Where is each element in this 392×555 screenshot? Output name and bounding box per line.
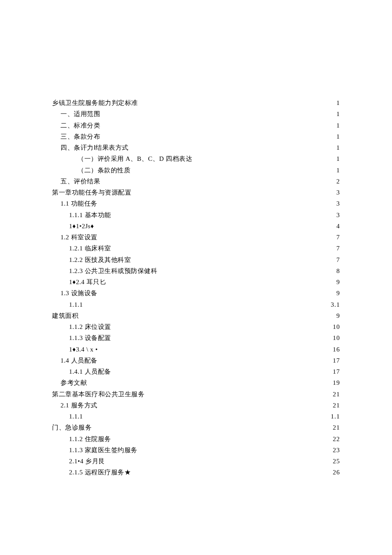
toc-title: 1.1.3 设备配置 — [69, 332, 111, 343]
toc-title: （一）评价采用 A、B、C、D 四档表达 — [78, 153, 192, 164]
toc-line: 1.1.2 住院服务22 — [52, 433, 340, 445]
toc-title: 1.1.2 住院服务 — [69, 433, 111, 445]
toc-line: 1.4.1 人员配备17 — [52, 366, 340, 377]
toc-page-number: 7 — [337, 243, 340, 254]
toc-page-number: 1 — [337, 131, 340, 142]
toc-line: 1.1.3 设备配置10 — [52, 332, 340, 343]
toc-page-number: 22 — [333, 433, 340, 445]
toc-page-number: 19 — [333, 377, 340, 388]
toc-line: 四、条讦力Ⅰ结果表方式1 — [52, 142, 340, 153]
toc-title: 二、标准分类 — [61, 120, 100, 131]
toc-line: 1.1.3 家庭医生签约服务23 — [52, 445, 340, 456]
toc-page-number: 3.1 — [331, 299, 340, 310]
toc-line: 五、评价结果2 — [52, 176, 340, 187]
toc-title: 五、评价结果 — [61, 176, 100, 187]
toc-page-number: 23 — [333, 445, 340, 456]
toc-page-number: 17 — [333, 355, 340, 366]
toc-title: 1♦3.4 \ x • — [69, 344, 98, 355]
toc-line: 2.1•4 乡月艮25 — [52, 456, 340, 467]
toc-line: 1.2.1 临床科室7 — [52, 243, 340, 254]
toc-title: （二）条款的性质 — [78, 165, 130, 176]
toc-title: 1♦1•2Js♦ — [69, 221, 94, 232]
toc-title: 一、适用范围 — [61, 108, 100, 119]
toc-title: 1.4 人员配备 — [61, 355, 98, 366]
toc-line: 1.4 人员配备17 — [52, 355, 340, 366]
toc-page-number: 7 — [337, 232, 340, 243]
table-of-contents: 乡镇卫生院服务能力判定标准1一、适用范围1二、标准分类1三、条款分布1四、条讦力… — [52, 97, 340, 478]
toc-line: 1♦1•2Js♦4 — [52, 221, 340, 232]
toc-page-number: 3 — [337, 198, 340, 209]
toc-page-number: 9 — [337, 310, 340, 321]
toc-title: 2.1.5 远程医疗服务★ — [69, 467, 131, 478]
toc-page-number: 3 — [337, 187, 340, 198]
toc-title: 四、条讦力Ⅰ结果表方式 — [61, 142, 129, 153]
toc-title: 1.1.1 — [69, 299, 83, 310]
toc-page-number: 1 — [337, 165, 340, 176]
toc-title: 1.2.1 临床科室 — [69, 243, 111, 254]
toc-line: 2.1.5 远程医疗服务★26 — [52, 467, 340, 478]
toc-page-number: 10 — [333, 332, 340, 343]
toc-page-number: 3 — [337, 209, 340, 221]
toc-title: 第二章基本医疗和公共卫生服务 — [52, 389, 144, 400]
toc-title: 1.2.2 医技及其他科室 — [69, 254, 131, 265]
toc-title: 1♦2.4 耳只匕 — [69, 276, 106, 288]
toc-title: 1.3 设施设备 — [61, 288, 98, 299]
toc-line: 第一章功能任务与资源配置3 — [52, 187, 340, 198]
toc-line: 1.2.3 公共卫生科或预防保健科8 — [52, 265, 340, 276]
toc-line: （二）条款的性质1 — [52, 165, 340, 176]
toc-title: 1.1.2 床位设置 — [69, 321, 111, 332]
toc-page-number: 8 — [337, 265, 340, 276]
toc-line: 一、适用范围1 — [52, 108, 340, 119]
toc-page-number: 26 — [333, 467, 340, 478]
toc-page-number: 4 — [337, 221, 340, 232]
toc-page-number: 10 — [333, 321, 340, 332]
toc-line: 三、条款分布1 — [52, 131, 340, 142]
toc-line: 参考文献19 — [52, 377, 340, 388]
toc-line: 1.2 科室设置7 — [52, 232, 340, 243]
toc-title: 1.1.1 — [69, 411, 83, 422]
toc-page-number: 1 — [337, 108, 340, 119]
toc-page-number: 9 — [337, 288, 340, 299]
toc-page-number: 21 — [333, 400, 340, 411]
toc-line: 乡镇卫生院服务能力判定标准1 — [52, 97, 340, 108]
toc-page-number: 1 — [337, 97, 340, 108]
toc-line: 1.1.13.1 — [52, 299, 340, 310]
toc-page-number: 7 — [337, 254, 340, 265]
toc-line: 1.1.1 基本功能3 — [52, 209, 340, 221]
toc-line: （一）评价采用 A、B、C、D 四档表达1 — [52, 153, 340, 164]
toc-page-number: 1 — [337, 153, 340, 164]
toc-line: 1♦2.4 耳只匕9 — [52, 276, 340, 288]
toc-title: 参考文献 — [61, 377, 87, 388]
toc-title: 1.1 功能任务 — [61, 198, 98, 209]
toc-line: 1.1 功能任务3 — [52, 198, 340, 209]
toc-page-number: 21 — [333, 422, 340, 433]
toc-title: 1.4.1 人员配备 — [69, 366, 111, 377]
toc-page-number: 21 — [333, 389, 340, 400]
toc-title: 第一章功能任务与资源配置 — [52, 187, 131, 198]
toc-page-number: 1.1 — [331, 411, 340, 422]
toc-title: 1.2.3 公共卫生科或预防保健科 — [69, 265, 157, 276]
toc-page-number: 9 — [337, 276, 340, 288]
toc-title: 乡镇卫生院服务能力判定标准 — [52, 97, 138, 108]
toc-line: 二、标准分类1 — [52, 120, 340, 131]
toc-title: 1.2 科室设置 — [61, 232, 98, 243]
toc-line: 1.1.11.1 — [52, 411, 340, 422]
toc-line: 1♦3.4 \ x •16 — [52, 344, 340, 355]
toc-line: 1.1.2 床位设置10 — [52, 321, 340, 332]
toc-page-number: 2 — [337, 176, 340, 187]
toc-page-number: 17 — [333, 366, 340, 377]
toc-line: 1.3 设施设备9 — [52, 288, 340, 299]
toc-title: 1.1.1 基本功能 — [69, 209, 111, 221]
toc-title: 2.1•4 乡月艮 — [69, 456, 105, 467]
toc-title: 三、条款分布 — [61, 131, 100, 142]
toc-page-number: 25 — [333, 456, 340, 467]
toc-page-number: 1 — [337, 120, 340, 131]
toc-line: 门、急诊服务21 — [52, 422, 340, 433]
toc-title: 门、急诊服务 — [52, 422, 92, 433]
toc-line: 1.2.2 医技及其他科室7 — [52, 254, 340, 265]
toc-title: 2.1 服务方式 — [61, 400, 98, 411]
toc-title: 1.1.3 家庭医生签约服务 — [69, 445, 138, 456]
toc-line: 第二章基本医疗和公共卫生服务21 — [52, 389, 340, 400]
toc-page-number: 16 — [333, 344, 340, 355]
toc-line: 2.1 服务方式21 — [52, 400, 340, 411]
